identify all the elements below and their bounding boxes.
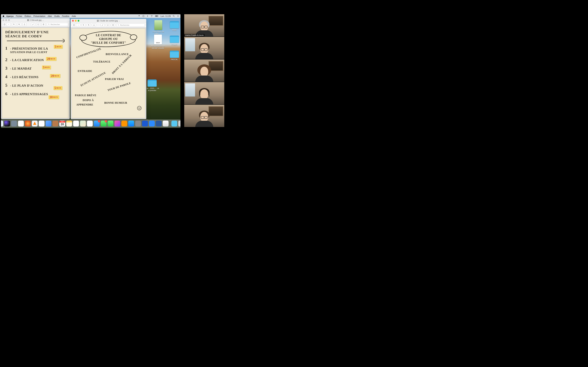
active-app-name[interactable]: Aperçu [6,15,14,17]
battery-icon[interactable] [155,15,159,17]
close-button[interactable] [72,20,74,22]
dock-contacts[interactable] [52,121,58,126]
close-button[interactable] [2,19,4,21]
dock-appstore[interactable] [128,121,134,126]
image-icon: 🖼 [27,19,29,21]
desktop-item[interactable]: A lire [167,21,181,31]
menu-aller[interactable]: Aller [48,15,52,17]
bluetooth-icon[interactable] [147,15,148,17]
dock-trash[interactable] [178,121,181,126]
desktop-item-label: images [172,43,177,46]
step-text: - PRÉSENTATION DE LASITUATION PAR LE CLI… [10,47,48,54]
window-titlebar[interactable]: 🖼2 Déroulé.jpg⌄ [1,18,70,22]
dock-notes[interactable] [66,121,72,126]
zoom-out-button[interactable] [12,23,16,26]
search-input[interactable]: Rechercher [47,23,69,26]
dock-zoom[interactable] [149,121,155,126]
screenshot-stage: Aperçu Fichier Édition Présentation Alle… [0,0,228,142]
step-number: 4 [5,74,8,79]
malwarebytes-menubar-icon[interactable] [138,15,140,17]
zoom-out-button[interactable] [82,24,86,27]
preview-toolbar: Rechercher [1,22,70,27]
file-icon [154,20,162,30]
wordcloud-word: ENTRAIDE [78,70,92,73]
menu-edition[interactable]: Édition [25,15,31,17]
dock-vlc[interactable] [32,121,38,126]
menubar-clock[interactable]: Lun. 11:29 [161,15,171,17]
desktop-item[interactable]: …er - 2010 - …er et prendre [145,79,159,92]
markup-button[interactable] [31,23,35,26]
menu-fichier[interactable]: Fichier [16,15,22,17]
wordcloud-word: APPRENDRE [76,103,93,106]
dock-imagecapture[interactable] [163,121,169,126]
spotlight-icon[interactable] [173,15,175,17]
share-button[interactable] [23,23,26,26]
preview-content[interactable]: LE CONTRAT DE GROUPE OU "BULLE DE CONFOR… [71,27,146,119]
zoom-in-button[interactable] [87,24,91,27]
rotate-button[interactable] [106,24,110,27]
zoom-button[interactable] [78,20,79,22]
wifi-icon[interactable] [150,15,153,17]
title-chevron-icon[interactable]: ⌄ [119,20,120,22]
dock-preview[interactable] [46,121,52,126]
dock-launchpad[interactable] [11,121,17,126]
preview-window-deroule[interactable]: 🖼2 Déroulé.jpg⌄ Rechercher DÉROULEMENT D… [1,18,70,119]
sidebar-toggle-button[interactable] [72,24,80,27]
participant-tile[interactable] [184,37,224,59]
dock-photos[interactable] [87,121,93,126]
macos-dock[interactable]: AVR2038 [1,120,181,127]
dock-word[interactable] [156,121,162,126]
apple-menu-icon[interactable] [2,15,5,17]
dock-safari[interactable] [18,121,24,126]
dock-malwarebytes[interactable] [142,121,148,126]
markup-button[interactable] [101,24,104,27]
zoom-button[interactable] [8,19,10,21]
dock-siri[interactable] [4,121,10,126]
menu-outils[interactable]: Outils [54,15,60,17]
dock-cal[interactable]: AVR20 [59,121,65,126]
menu-fenetre[interactable]: Fenêtre [62,15,69,17]
desktop-item[interactable]: PASCAL [167,51,181,61]
sticky-note: 5 MIN [53,86,62,90]
dock-facetime[interactable] [108,121,113,126]
zoom-in-button[interactable] [17,23,21,26]
dock-itunes[interactable] [114,121,121,126]
menu-aide[interactable]: Aide [72,15,76,17]
rotate-button[interactable] [36,23,40,26]
menu-presentation[interactable]: Présentation [34,15,45,17]
title-chevron-icon[interactable]: ⌄ [42,19,44,21]
participant-tile[interactable] [184,82,224,104]
preview-window-bulle[interactable]: 🖼3 bulle de confort.jpg⌄ Rechercher LE C… [70,19,146,119]
codev-step: 2- LA CLARIFICATION20 MIN [5,57,66,62]
minimize-button[interactable] [75,20,77,22]
minimize-button[interactable] [5,19,7,21]
search-input[interactable]: Rechercher [116,24,145,27]
desktop-item[interactable]: AB questionnaire identité visuelle [151,34,165,49]
window-titlebar[interactable]: 🖼3 bulle de confort.jpg⌄ [71,19,146,23]
preview-content[interactable]: DÉROULEMENT D'UNE SÉANCE DE CODEV 1- PRÉ… [1,27,70,119]
sidebar-toggle-button[interactable] [2,23,11,26]
dock-messages[interactable]: 8 [101,121,107,126]
svg-rect-6 [4,24,5,25]
notification-center-icon[interactable] [177,15,179,17]
annotate-button[interactable] [111,24,115,27]
dock-finder[interactable] [1,121,3,126]
dock-books[interactable] [121,121,127,126]
annotate-button[interactable] [42,23,45,26]
macos-menubar[interactable]: Aperçu Fichier Édition Présentation Alle… [1,14,181,18]
wordcloud-word: BONNE HUMEUR [104,101,127,104]
participant-tile[interactable] [184,59,224,82]
dock-pages[interactable] [39,121,45,126]
step-text: - LA CLARIFICATION [10,58,44,62]
participant-tile[interactable] [184,105,224,127]
timemachine-icon[interactable] [142,15,145,17]
dock-maps[interactable] [80,121,86,126]
dock-reminders[interactable] [73,121,79,126]
desktop-item[interactable]: images [167,35,181,46]
dock-mail[interactable]: 3 [94,121,100,126]
participant-tile[interactable]: marion Fraslin-Echevin [184,14,224,37]
dock-firefox[interactable] [25,121,31,126]
dock-downloads[interactable] [172,121,177,126]
share-button[interactable] [92,24,96,27]
dock-sysprefs[interactable] [135,121,141,126]
